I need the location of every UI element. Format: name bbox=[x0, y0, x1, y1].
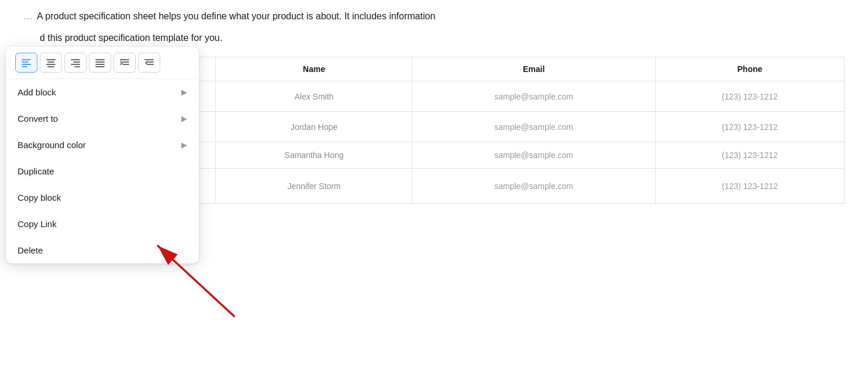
cell-phone-2: (123) 123-1212 bbox=[655, 112, 844, 142]
description-text-line1: A product specification sheet helps you … bbox=[37, 9, 435, 23]
ellipsis-icon: ··· bbox=[23, 11, 32, 26]
menu-item-convert-to-label: Convert to bbox=[18, 114, 58, 124]
menu-item-copy-block-label: Copy block bbox=[18, 193, 61, 203]
description-line2: d this product specification template fo… bbox=[40, 31, 845, 45]
align-center-button[interactable] bbox=[40, 53, 62, 73]
cell-email-3: sample@sample.com bbox=[412, 142, 655, 169]
col-header-name: Name bbox=[216, 57, 412, 81]
align-outdent-button[interactable] bbox=[138, 53, 160, 73]
align-indent-button[interactable] bbox=[113, 53, 136, 73]
align-justify-button[interactable] bbox=[89, 53, 111, 73]
menu-item-copy-block[interactable]: Copy block bbox=[6, 184, 199, 211]
description-line1: ··· A product specification sheet helps … bbox=[23, 9, 845, 26]
menu-item-background-color[interactable]: Background color ▶ bbox=[6, 132, 199, 158]
menu-item-duplicate-label: Duplicate bbox=[18, 166, 54, 176]
align-toolbar bbox=[6, 47, 199, 79]
menu-item-copy-link[interactable]: Copy Link bbox=[6, 211, 199, 237]
menu-item-delete-label: Delete bbox=[18, 245, 43, 255]
menu-item-delete[interactable]: Delete bbox=[6, 237, 199, 263]
menu-item-background-color-label: Background color bbox=[18, 140, 86, 150]
cell-email-4: sample@sample.com bbox=[412, 169, 655, 204]
cell-email-1: sample@sample.com bbox=[412, 81, 655, 112]
cell-phone-3: (123) 123-1212 bbox=[655, 142, 844, 169]
cell-phone-1: (123) 123-1212 bbox=[655, 81, 844, 112]
cell-phone-4: (123) 123-1212 bbox=[655, 169, 844, 204]
align-right-button[interactable] bbox=[64, 53, 87, 73]
menu-item-duplicate[interactable]: Duplicate bbox=[6, 158, 199, 184]
menu-item-convert-to[interactable]: Convert to ▶ bbox=[6, 105, 199, 132]
cell-name-1: Alex Smith bbox=[216, 81, 412, 112]
cell-name-4: Jennifer Storm bbox=[216, 169, 412, 204]
cell-name-3: Samantha Hong bbox=[216, 142, 412, 169]
align-left-button[interactable] bbox=[15, 53, 37, 73]
col-header-phone: Phone bbox=[655, 57, 844, 81]
menu-item-copy-link-label: Copy Link bbox=[18, 219, 57, 229]
context-menu: Add block ▶ Convert to ▶ Background colo… bbox=[6, 47, 199, 263]
chevron-right-icon: ▶ bbox=[181, 114, 187, 123]
cell-email-2: sample@sample.com bbox=[412, 112, 655, 142]
cell-name-2: Jordan Hope bbox=[216, 112, 412, 142]
menu-item-add-block-label: Add block bbox=[18, 87, 56, 97]
col-header-email: Email bbox=[412, 57, 655, 81]
menu-item-add-block[interactable]: Add block ▶ bbox=[6, 79, 199, 105]
chevron-right-icon: ▶ bbox=[181, 88, 187, 97]
chevron-right-icon: ▶ bbox=[181, 140, 187, 149]
